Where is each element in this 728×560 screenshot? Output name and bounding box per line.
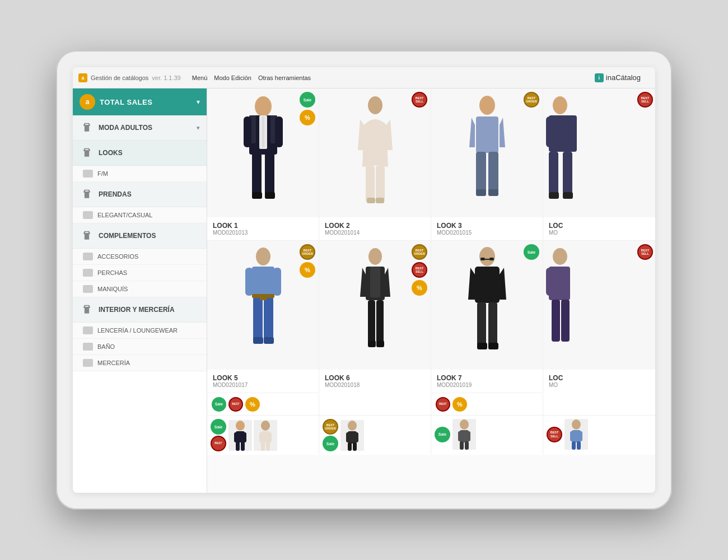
product-card-look2[interactable]: BEST SELL <box>319 88 431 240</box>
figure-look2 <box>350 94 400 212</box>
badge-gold-look10: BEST ORDER <box>323 419 338 435</box>
moda-adultos-label: MODA ADULTOS <box>99 124 192 132</box>
sidebar-item-prendas[interactable]: PRENDAS <box>73 182 207 207</box>
svg-rect-90 <box>577 441 581 450</box>
product-card-look10[interactable]: BEST ORDER Sale <box>319 416 431 455</box>
sidebar-item-complementos[interactable]: COMPLEMENTOS <box>73 223 207 249</box>
content-area[interactable]: Sale % <box>207 88 655 493</box>
product-info-look3: LOOK 3 MOD0201015 <box>431 217 543 240</box>
product-card-look9[interactable]: Sale BEST <box>207 416 319 455</box>
figure-look8-partial <box>543 246 582 364</box>
sidebar-item-looks[interactable]: LOOKS <box>73 141 207 166</box>
product-info-look4: LOC MO <box>543 217 655 240</box>
svg-rect-54 <box>477 343 487 349</box>
svg-rect-42 <box>368 300 375 345</box>
sidebar-subsection-perchas[interactable]: PERCHAS <box>73 265 207 281</box>
fm-label: F/M <box>97 170 108 177</box>
svg-point-61 <box>236 421 245 431</box>
product-card-look6[interactable]: BEST ORDER BEST SELL % <box>319 241 431 415</box>
product-info-look1: LOOK 1 MOD0201013 <box>207 217 319 240</box>
sidebar-subsection-accesorios[interactable]: ACCESORIOS <box>73 249 207 265</box>
sidebar-subsection-maniquis[interactable]: MANIQUÍS <box>73 281 207 297</box>
product-card-look4[interactable]: BEST SELL <box>543 88 655 240</box>
product-card-look11[interactable]: Sale <box>431 416 543 455</box>
product-card-look7[interactable]: Sale <box>431 241 543 415</box>
svg-rect-7 <box>265 153 274 195</box>
product-title-look3: LOOK 3 <box>437 222 537 230</box>
product-code-look3: MOD0201015 <box>437 230 537 236</box>
product-card-look8[interactable]: BEST SELL LOC MO <box>543 241 655 415</box>
svg-rect-19 <box>476 152 486 194</box>
product-title-look2: LOOK 2 <box>325 222 425 230</box>
looks-label: LOOKS <box>99 149 123 157</box>
svg-rect-6 <box>252 153 262 195</box>
maniquis-icon <box>83 285 93 293</box>
sidebar-subsection-merceria[interactable]: MERCERÍA <box>73 355 207 371</box>
product-card-look5[interactable]: BEST ORDER % <box>207 241 319 415</box>
sidebar-subsection-bano[interactable]: BAÑO <box>73 339 207 355</box>
fm-icon <box>83 170 93 178</box>
svg-rect-75 <box>346 432 349 442</box>
svg-rect-37 <box>264 337 274 344</box>
svg-point-30 <box>256 248 270 265</box>
svg-rect-77 <box>348 442 352 451</box>
svg-rect-66 <box>241 441 245 451</box>
sidebar-subsection-fm[interactable]: F/M <box>73 166 207 182</box>
menu-item-menu[interactable]: Menú <box>192 74 208 81</box>
svg-rect-18 <box>476 116 498 153</box>
total-sales-chevron: ▾ <box>197 98 200 106</box>
menu-item-otras[interactable]: Otras herramientas <box>258 74 311 81</box>
thumb-look10-1 <box>340 420 364 451</box>
menu-bar[interactable]: Menú Modo Edición Otras herramientas <box>192 74 311 81</box>
badge-sale-bottom-look5: Sale <box>212 397 226 412</box>
sidebar-item-total-sales[interactable]: a TOTAL SALES ▾ <box>73 88 207 115</box>
svg-rect-46 <box>370 267 380 297</box>
badge-bs-bottom-look7: BEST <box>436 397 450 412</box>
merceria-icon <box>83 359 93 367</box>
svg-rect-31 <box>252 267 274 297</box>
sidebar: a TOTAL SALES ▾ MODA ADULTOS ▾ <box>73 88 207 493</box>
merceria-label: MERCERÍA <box>97 360 130 366</box>
product-info-look6: LOOK 6 MOD0201018 <box>319 370 431 393</box>
svg-rect-88 <box>579 431 582 441</box>
sidebar-item-moda-adultos[interactable]: MODA ADULTOS ▾ <box>73 115 207 141</box>
svg-rect-72 <box>266 441 270 451</box>
brand-icon: i <box>595 73 604 82</box>
product-card-look12[interactable]: BEST SELL <box>543 416 655 455</box>
svg-rect-34 <box>253 297 263 342</box>
svg-rect-43 <box>376 300 384 345</box>
sidebar-item-interior[interactable]: INTERIOR Y MERCERÍA <box>73 297 207 323</box>
svg-rect-32 <box>245 268 253 296</box>
badge-pct-look6: % <box>412 280 427 296</box>
product-card-look3[interactable]: BEST ORDER <box>431 88 543 240</box>
badge-container-look7: Sale <box>524 244 539 260</box>
svg-rect-83 <box>460 441 464 450</box>
svg-rect-9 <box>265 192 275 199</box>
tablet-frame: a Gestión de catálogos ver. 1.1.39 Menú … <box>56 50 672 510</box>
sidebar-subsection-elegant[interactable]: ELEGANT/CASUAL <box>73 207 207 223</box>
svg-rect-25 <box>546 116 553 147</box>
elegant-label: ELEGANT/CASUAL <box>97 212 152 218</box>
app-version: ver. 1.1.39 <box>152 74 180 81</box>
svg-rect-21 <box>476 189 486 196</box>
svg-rect-69 <box>259 432 263 442</box>
svg-rect-53 <box>488 302 497 347</box>
badge-sale-look9: Sale <box>211 419 226 435</box>
product-card-look1[interactable]: Sale % <box>207 88 319 240</box>
figure-look6 <box>350 246 400 364</box>
svg-rect-11 <box>262 116 264 147</box>
sidebar-subsection-lenceria[interactable]: LENCERÍA / LOUNGEWEAR <box>73 323 207 339</box>
svg-point-56 <box>553 248 567 265</box>
thumb-look11-1 <box>452 419 476 450</box>
figure-look1 <box>232 94 294 212</box>
svg-point-17 <box>479 96 495 115</box>
badge-sale-look11: Sale <box>435 427 450 442</box>
svg-rect-45 <box>376 340 384 347</box>
svg-point-73 <box>348 421 357 431</box>
svg-rect-50 <box>485 259 489 260</box>
lenceria-label: LENCERÍA / LOUNGEWEAR <box>97 327 178 334</box>
menu-item-modo[interactable]: Modo Edición <box>214 74 251 81</box>
maniquis-label: MANIQUÍS <box>97 286 128 292</box>
svg-point-47 <box>479 247 495 266</box>
product-info-look2: LOOK 2 MOD0201014 <box>319 217 431 240</box>
